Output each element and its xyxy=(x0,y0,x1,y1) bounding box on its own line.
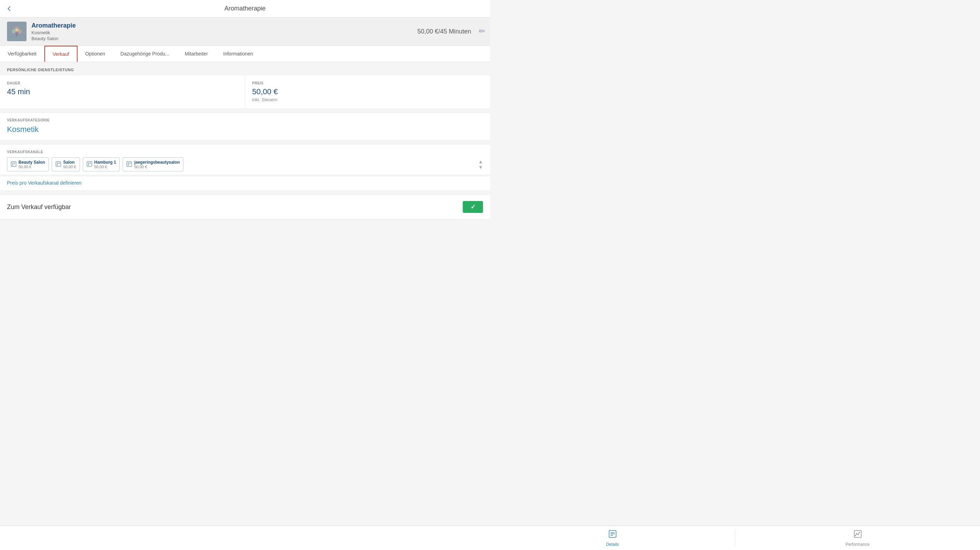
channel-price-2: 50,00 € xyxy=(63,165,76,169)
channel-name-3: Hamburg 1 xyxy=(94,160,116,165)
svg-rect-12 xyxy=(57,163,58,164)
tab-optionen[interactable]: Optionen xyxy=(78,46,113,62)
channel-salon[interactable]: Salon 50,00 € xyxy=(52,157,80,171)
section-persoenliche: PERSÖNLICHE DIENSTLEISTUNG xyxy=(0,62,490,74)
channel-hamburg1[interactable]: Hamburg 1 50,00 € xyxy=(83,157,120,171)
svg-rect-16 xyxy=(88,163,89,164)
svg-rect-17 xyxy=(90,163,91,164)
svg-rect-10 xyxy=(12,164,13,165)
service-header: Aromatherapie Kosmetik Beauty Salon 50,0… xyxy=(0,17,490,46)
vk-value: Kosmetik xyxy=(7,125,483,134)
dauer-label: DAUER xyxy=(7,81,238,85)
channel-icon-3 xyxy=(87,161,92,168)
main-content: PERSÖNLICHE DIENSTLEISTUNG DAUER 45 min … xyxy=(0,62,490,220)
svg-rect-11 xyxy=(56,162,61,166)
channel-price-4: 50,00 € xyxy=(134,165,180,169)
tab-dazugehoerige[interactable]: Dazugehörige Produ... xyxy=(113,46,177,62)
svg-rect-20 xyxy=(128,163,129,164)
channel-chevrons[interactable]: ▲ ▼ xyxy=(478,159,483,170)
vk-label: VERKAUFSKATEGORIE xyxy=(7,118,483,122)
preis-cell: PREIS 50,00 € inkl. Steuern xyxy=(245,75,490,109)
tab-informationen[interactable]: Informationen xyxy=(215,46,261,62)
chevron-down-icon: ▼ xyxy=(478,165,483,170)
channel-jaegerings[interactable]: jaegeringsbeautysalon 50,00 € xyxy=(123,157,183,171)
svg-rect-14 xyxy=(57,164,58,165)
tab-verkauf[interactable]: Verkauf xyxy=(45,46,78,62)
preis-label: PREIS xyxy=(252,81,483,85)
edit-button[interactable]: ✏ xyxy=(479,27,485,36)
channel-icon-2 xyxy=(56,161,61,168)
service-price: 50,00 €/45 Minuten xyxy=(417,28,471,35)
toggle-label: Zum Verkauf verfügbar xyxy=(7,203,71,211)
tab-mitarbeiter[interactable]: Mitarbeiter xyxy=(177,46,215,62)
chevron-up-icon: ▲ xyxy=(478,159,483,164)
channel-info-4: jaegeringsbeautysalon 50,00 € xyxy=(134,160,180,169)
channel-price-3: 50,00 € xyxy=(94,165,116,169)
channel-info-2: Salon 50,00 € xyxy=(63,160,76,169)
page-title: Aromatherapie xyxy=(224,5,266,12)
channel-icon-4 xyxy=(126,161,132,168)
channel-name-1: Beauty Salon xyxy=(19,160,45,165)
svg-rect-6 xyxy=(16,33,18,37)
service-location: Beauty Salon xyxy=(32,36,76,41)
verkaufskategorie-card: VERKAUFSKATEGORIE Kosmetik xyxy=(0,113,490,141)
toggle-switch[interactable]: ✓ xyxy=(463,201,483,213)
dauer-preis-row: DAUER 45 min PREIS 50,00 € inkl. Steuern xyxy=(0,75,490,109)
svg-rect-19 xyxy=(127,162,132,166)
tab-bar: Verfügbarkeit Verkauf Optionen Dazugehör… xyxy=(0,46,490,62)
tab-verfuegbarkeit[interactable]: Verfügbarkeit xyxy=(0,46,45,62)
channel-info-3: Hamburg 1 50,00 € xyxy=(94,160,116,169)
svg-rect-18 xyxy=(88,164,89,165)
toggle-row: Zum Verkauf verfügbar ✓ xyxy=(0,194,490,220)
top-bar: Aromatherapie xyxy=(0,0,490,17)
channel-price-1: 50,00 € xyxy=(19,165,45,169)
channel-name-2: Salon xyxy=(63,160,76,165)
channel-name-4: jaegeringsbeautysalon xyxy=(134,160,180,165)
svg-rect-9 xyxy=(14,163,15,164)
channel-beauty-salon[interactable]: Beauty Salon 50,00 € xyxy=(7,157,49,171)
service-info: Aromatherapie Kosmetik Beauty Salon xyxy=(32,22,76,41)
svg-rect-21 xyxy=(130,163,130,164)
svg-rect-8 xyxy=(12,163,13,164)
vkk-label: VERKAUFSKANÄLE xyxy=(7,150,483,154)
service-category: Kosmetik xyxy=(32,30,76,35)
dauer-preis-card: DAUER 45 min PREIS 50,00 € inkl. Steuern xyxy=(0,74,490,109)
service-avatar xyxy=(7,22,27,41)
back-button[interactable] xyxy=(6,5,13,12)
svg-rect-22 xyxy=(128,164,129,165)
checkmark-icon: ✓ xyxy=(471,203,476,211)
define-price-link[interactable]: Preis pro Verkaufskanal definieren xyxy=(7,180,81,185)
channel-icon-1 xyxy=(11,161,16,168)
dauer-cell: DAUER 45 min xyxy=(0,75,245,109)
dauer-value: 45 min xyxy=(7,87,238,96)
preis-value: 50,00 € xyxy=(252,87,483,96)
verkaufskanaele-card: VERKAUFSKANÄLE Beauty Salon 50,00 € Salo… xyxy=(0,144,490,175)
preis-sub: inkl. Steuern xyxy=(252,97,483,102)
svg-point-5 xyxy=(15,29,18,32)
svg-rect-15 xyxy=(87,162,92,166)
service-title: Aromatherapie xyxy=(32,22,76,29)
channel-info-1: Beauty Salon 50,00 € xyxy=(19,160,45,169)
define-price-section: Preis pro Verkaufskanal definieren xyxy=(0,177,490,191)
svg-rect-7 xyxy=(11,162,16,166)
svg-rect-13 xyxy=(59,163,60,164)
channels-list: Beauty Salon 50,00 € Salon 50,00 € Ham xyxy=(7,157,483,171)
